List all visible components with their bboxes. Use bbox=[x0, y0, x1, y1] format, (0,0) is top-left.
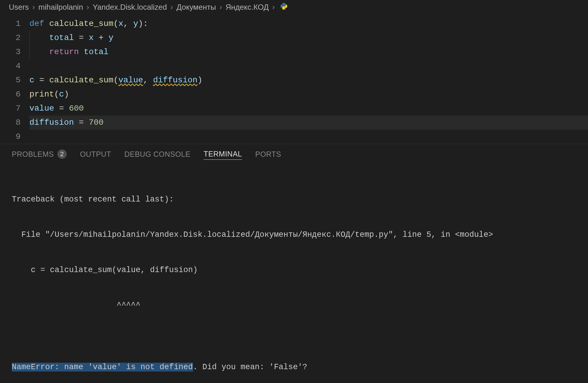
breadcrumb-separator: › bbox=[272, 3, 275, 12]
breadcrumb-separator: › bbox=[32, 3, 35, 12]
operator: = bbox=[54, 104, 69, 113]
paren: ( bbox=[54, 90, 59, 99]
tab-label: PROBLEMS bbox=[12, 150, 54, 159]
variable: value bbox=[29, 104, 54, 113]
space bbox=[128, 19, 133, 28]
code-line[interactable]: print(c) bbox=[29, 87, 588, 101]
keyword-return: return bbox=[49, 47, 79, 56]
paren: ) bbox=[64, 90, 69, 99]
variable: y bbox=[109, 33, 114, 42]
operator: + bbox=[94, 33, 108, 42]
variable: diffusion bbox=[29, 118, 74, 127]
tab-ports[interactable]: PORTS bbox=[255, 150, 281, 160]
code-line[interactable]: def calculate_sum(x, y): bbox=[29, 17, 588, 31]
line-number[interactable]: 3 bbox=[0, 45, 21, 59]
variable: c bbox=[59, 90, 64, 99]
line-number[interactable]: 5 bbox=[0, 73, 21, 87]
paren: ( bbox=[114, 19, 119, 28]
comma: , bbox=[143, 76, 148, 85]
code-editor[interactable]: 1 2 3 4 5 6 7 8 9 def calculate_sum(x, y… bbox=[0, 14, 588, 144]
code-area[interactable]: def calculate_sum(x, y): total = x + y r… bbox=[29, 17, 588, 144]
operator: = bbox=[34, 76, 49, 85]
terminal-line: File "/Users/mihailpolanin/Yandex.Disk.l… bbox=[12, 229, 576, 241]
function-name: calculate_sum bbox=[49, 19, 113, 28]
breadcrumb-item[interactable]: mihailpolanin bbox=[39, 3, 83, 12]
operator: = bbox=[74, 118, 89, 127]
terminal-line: c = calculate_sum(value, diffusion) bbox=[12, 264, 576, 276]
variable: x bbox=[89, 33, 94, 42]
code-line[interactable]: c = calculate_sum(value, diffusion) bbox=[29, 73, 588, 87]
line-number[interactable]: 4 bbox=[0, 59, 21, 73]
tab-debug-console[interactable]: DEBUG CONSOLE bbox=[124, 150, 191, 160]
terminal-line: Traceback (most recent call last): bbox=[12, 194, 576, 205]
breadcrumb-item[interactable]: Яндекс.КОД bbox=[226, 3, 269, 12]
paren: ) bbox=[138, 19, 143, 28]
comma: , bbox=[123, 19, 128, 28]
variable: c bbox=[29, 76, 34, 85]
line-number[interactable]: 1 bbox=[0, 17, 21, 31]
paren: ) bbox=[197, 76, 202, 85]
breadcrumb-separator: › bbox=[170, 3, 173, 12]
error-suggestion: . Did you mean: 'False'? bbox=[193, 363, 307, 372]
code-line-current[interactable]: diffusion = 700 bbox=[29, 116, 588, 130]
paren: ( bbox=[114, 76, 119, 85]
breadcrumb-separator: › bbox=[219, 3, 222, 12]
space bbox=[148, 76, 153, 85]
tab-problems[interactable]: PROBLEMS 2 bbox=[12, 149, 67, 160]
tab-terminal[interactable]: TERMINAL bbox=[204, 150, 242, 160]
keyword-def: def bbox=[29, 19, 44, 28]
terminal-caret-indicator: ^^^^^ bbox=[12, 299, 576, 311]
colon: : bbox=[143, 19, 148, 28]
breadcrumb-item[interactable]: Users bbox=[9, 3, 29, 12]
line-number-label: 9 bbox=[16, 132, 21, 141]
param: y bbox=[133, 19, 138, 28]
code-line[interactable] bbox=[29, 59, 588, 73]
breadcrumb: Users › mihailpolanin › Yandex.Disk.loca… bbox=[0, 0, 588, 14]
problems-count-badge: 2 bbox=[57, 149, 67, 159]
number: 600 bbox=[69, 104, 84, 113]
code-line[interactable] bbox=[29, 130, 588, 144]
error-highlight: NameError: name 'value' is not defined bbox=[12, 363, 193, 372]
breadcrumb-item[interactable]: Документы bbox=[176, 3, 216, 12]
variable: total bbox=[49, 33, 74, 42]
terminal-output[interactable]: Traceback (most recent call last): File … bbox=[0, 164, 588, 383]
line-number[interactable]: 7 bbox=[0, 101, 21, 116]
param: x bbox=[118, 19, 123, 28]
code-line[interactable]: value = 600 bbox=[29, 101, 588, 116]
function-call: calculate_sum bbox=[49, 76, 113, 85]
python-icon bbox=[280, 2, 288, 12]
breadcrumb-separator: › bbox=[86, 3, 89, 12]
space bbox=[79, 47, 84, 56]
breadcrumb-item[interactable]: Yandex.Disk.localized bbox=[93, 3, 167, 12]
line-number[interactable]: 9 bbox=[0, 130, 21, 144]
code-line[interactable]: total = x + y bbox=[29, 31, 588, 45]
line-number[interactable]: 6 bbox=[0, 87, 21, 101]
variable-warning: diffusion bbox=[153, 76, 197, 85]
tab-output[interactable]: OUTPUT bbox=[80, 150, 111, 160]
code-line[interactable]: return total bbox=[29, 45, 588, 59]
terminal-error-line: NameError: name 'value' is not defined. … bbox=[12, 361, 576, 373]
line-number-gutter[interactable]: 1 2 3 4 5 6 7 8 9 bbox=[0, 17, 29, 144]
number: 700 bbox=[89, 118, 104, 127]
line-number[interactable]: 2 bbox=[0, 31, 21, 45]
line-number[interactable]: 8 bbox=[0, 116, 21, 130]
variable-warning: value bbox=[118, 76, 143, 85]
operator: = bbox=[74, 33, 89, 42]
builtin-call: print bbox=[29, 90, 54, 99]
panel-tabs: PROBLEMS 2 OUTPUT DEBUG CONSOLE TERMINAL… bbox=[0, 144, 588, 164]
variable: total bbox=[84, 47, 109, 56]
